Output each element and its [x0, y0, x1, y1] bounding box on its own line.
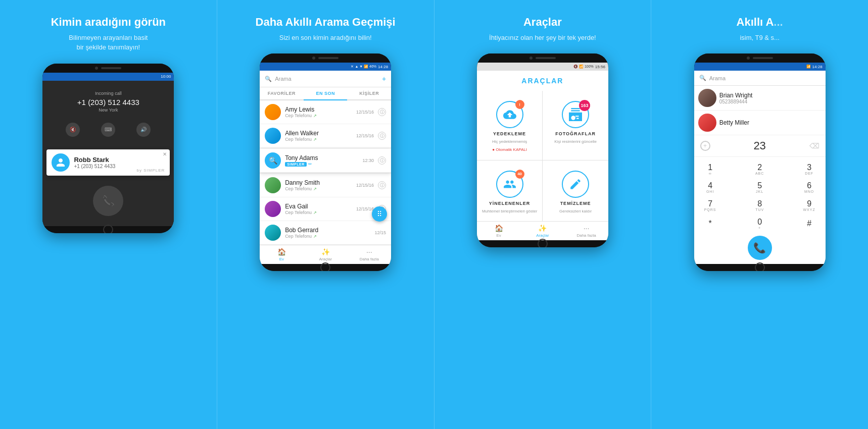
caller-info: Robb Stark +1 (203) 512 4433 [74, 156, 165, 169]
avatar-allen [265, 128, 281, 144]
nav-tools-2[interactable]: ✨ Araçlar [304, 248, 348, 261]
contact-row-brian[interactable]: Brian Wright 0523889444 [694, 86, 826, 111]
contact-row-amy[interactable]: Amy Lewis Cep Telefonu ↗ 12/15/16 ⓘ [260, 100, 391, 124]
contact-info-brian: Brian Wright 0523889444 [719, 92, 753, 104]
dial-key-star[interactable]: * [698, 216, 722, 232]
speaker-4 [753, 57, 773, 59]
tab-contacts[interactable]: KİŞİLER [347, 87, 391, 99]
panel2-subtitle: Sizi en son kimin aradığını bilin! [269, 33, 382, 43]
tab-favorites[interactable]: FAVORİLER [260, 87, 304, 99]
nav-home-3[interactable]: 🏠 Ev [477, 224, 521, 238]
dial-key-3[interactable]: 3DEF [797, 161, 822, 177]
bottom-nav-3: 🏠 Ev ✨ Araçlar ··· Daha fazla [477, 221, 608, 240]
arrow-icon-amy: ↗ [313, 114, 317, 118]
photos-name: FOTOĞRAFLAR [555, 131, 596, 136]
contact-row-allen[interactable]: Allen Walker Cep Telefonu ↗ 12/15/16 ⓘ [260, 124, 391, 148]
info-btn-danny[interactable]: ⓘ [378, 181, 386, 189]
duplicates-icon [503, 178, 516, 191]
clean-icon [569, 178, 582, 191]
info-btn-allen[interactable]: ⓘ [378, 132, 386, 140]
panel3-subtitle: İhtiyacınız olan her şey bir tek yerde! [479, 33, 606, 43]
tool-photos[interactable]: 163 FOTOĞRAFLAR Kişi resimlerini güncell… [543, 91, 608, 160]
call-btn-keypad[interactable]: ⌨ [101, 123, 115, 137]
phone-bottom-3 [477, 240, 608, 247]
phone-top-2 [260, 53, 391, 63]
close-icon[interactable]: ✕ [163, 151, 167, 157]
dial-key-2[interactable]: 2ABC [748, 161, 772, 177]
contact-time-tony: 12:30 [363, 158, 374, 163]
contact-row-tony[interactable]: 🔍 Tony Adams SIMPLER ✏ 12:30 ⓘ [260, 149, 391, 173]
home-button-2[interactable] [320, 262, 330, 271]
panel1-title: Kimin aradığını görün [41, 15, 176, 30]
add-btn-dialer[interactable]: + [700, 141, 710, 151]
incoming-label: Incoming call [50, 91, 166, 96]
clean-circle [562, 171, 589, 198]
backup-name: YEDEKLEME [493, 131, 526, 136]
nav-label-more-2: Daha fazla [360, 257, 379, 261]
search-input-2[interactable]: Arama [275, 76, 379, 82]
screen2-content: 🔍 Arama + FAVORİLER EN SON KİŞİLER Amy L… [260, 71, 391, 264]
dial-key-4[interactable]: 4GHI [698, 179, 722, 195]
tool-backup[interactable]: ! YEDEKLEME Hiç yedeklenmemiş ● Otomatik… [477, 91, 543, 160]
tab-recent[interactable]: EN SON [304, 87, 348, 100]
contact-name-bob: Bob Gerrard [285, 227, 370, 234]
contact-row-betty[interactable]: Betty Miller [694, 111, 826, 135]
more-icon-2: ··· [366, 248, 372, 256]
phone-bottom-2 [260, 264, 391, 271]
tools-icon-2: ✨ [321, 248, 330, 256]
dial-key-9[interactable]: 9WXYZ [797, 197, 822, 213]
dial-key-8[interactable]: 8TUV [748, 197, 772, 213]
dial-key-6[interactable]: 6MNO [797, 179, 822, 195]
duplicates-badge: 40 [515, 170, 524, 179]
dial-key-0[interactable]: 0+ [748, 216, 772, 232]
dial-key-7[interactable]: 7PQRS [698, 197, 722, 213]
panel1-subtitle: Bilinmeyen arayanları basitbir şekilde t… [59, 33, 158, 52]
search-icon-2: 🔍 [265, 76, 272, 82]
search-input-4[interactable]: Arama [709, 75, 821, 81]
info-btn-amy[interactable]: ⓘ [378, 108, 386, 116]
add-contact-btn[interactable]: + [382, 75, 386, 83]
tools-grid: ! YEDEKLEME Hiç yedeklenmemiş ● Otomatik… [477, 91, 608, 221]
call-dial-btn[interactable]: 📞 [748, 236, 772, 260]
speaker-3 [536, 57, 556, 59]
info-btn-tony[interactable]: ⓘ [378, 156, 386, 165]
avatar-bob [265, 225, 281, 241]
nav-more-3[interactable]: ··· Daha fazla [564, 224, 608, 238]
caller-popup: Robb Stark +1 (203) 512 4433 ✕ by SIMPLE… [46, 149, 170, 176]
backup-desc: Hiç yedeklenmemiş [492, 139, 527, 144]
tools-icon-3: ✨ [538, 224, 547, 232]
tool-clean[interactable]: TEMİZLEME Gereksizleri kaldır [543, 160, 608, 221]
dial-key-hash[interactable]: # [797, 216, 822, 232]
backup-badge: ! [515, 100, 524, 109]
nav-home-2[interactable]: 🏠 Ev [260, 248, 304, 261]
nav-more-2[interactable]: ··· Daha fazla [347, 248, 391, 261]
contact-row-bob[interactable]: Bob Gerrard Cep Telefonu ↗ 12/15 ⠿ [260, 221, 391, 245]
contact-info-betty: Betty Miller [719, 119, 749, 126]
edit-icon-tony: ✏ [308, 162, 312, 167]
tool-duplicates[interactable]: 40 YİNELENENLER Muhtemel birleştirmeleri… [477, 160, 543, 221]
camera-4 [747, 57, 750, 60]
home-button-3[interactable] [538, 239, 548, 247]
contact-row-danny[interactable]: Danny Smith Cep Telefonu ↗ 12/15/16 ⓘ [260, 174, 391, 197]
contact-time-amy: 12/15/16 [356, 110, 374, 115]
dial-row-3: 7PQRS 8TUV 9WXYZ [698, 197, 822, 213]
photos-badge: 163 [579, 100, 590, 111]
contact-row-eva[interactable]: Eva Gail Cep Telefonu ↗ 12/15/16 ⓘ [260, 197, 391, 221]
backspace-icon[interactable]: ⌫ [809, 142, 819, 150]
call-btn-speaker[interactable]: 🔊 [136, 123, 151, 137]
nav-tools-3[interactable]: ✨ Araçlar [521, 224, 565, 238]
home-icon-2: 🏠 [277, 248, 286, 256]
avatar-tony: 🔍 [265, 152, 281, 169]
dial-key-1[interactable]: 1∞ [698, 161, 722, 177]
call-btn-mute[interactable]: 🔇 [66, 123, 80, 137]
status-time-2: 14:28 [378, 65, 388, 69]
home-button-4[interactable] [755, 262, 765, 271]
phone-frame-1: 10:00 Incoming call +1 (203) 512 4433 Ne… [42, 64, 174, 233]
nav-label-more-3: Daha fazla [576, 233, 596, 238]
dial-key-5[interactable]: 5JKL [748, 179, 772, 195]
end-call-btn[interactable]: 📞 [93, 186, 123, 216]
avatar-eva [265, 201, 281, 217]
status-icons-3: 🔇 📶 100% [573, 65, 594, 69]
screen4-content: 🔍 Arama Brian Wright 0523889444 Betty Mi… [694, 71, 826, 264]
screen3-content: ARAÇLAR ! YEDEKLEME Hiç yedeklenmemiş ● … [477, 71, 608, 240]
